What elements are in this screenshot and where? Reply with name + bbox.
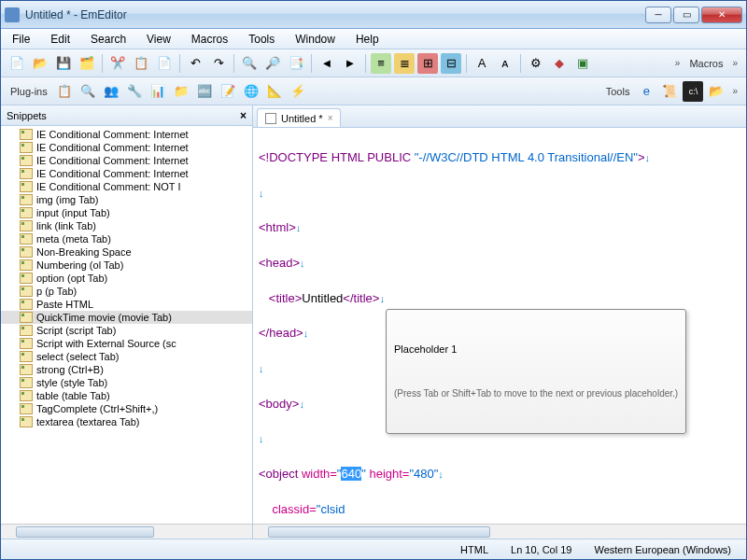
menu-search[interactable]: Search — [87, 31, 130, 48]
redo-icon[interactable]: ↷ — [208, 53, 229, 74]
wrap3-icon[interactable]: ⊞ — [417, 53, 438, 74]
tool4-icon[interactable]: 📂 — [706, 81, 726, 102]
save-all-icon[interactable]: 🗂️ — [77, 53, 97, 74]
plugin9-icon[interactable]: 🌐 — [241, 81, 261, 102]
menu-edit[interactable]: Edit — [47, 31, 74, 48]
snippet-item[interactable]: QuickTime movie (movie Tab) — [1, 311, 252, 324]
ie-icon[interactable]: e — [636, 81, 656, 102]
copy-icon[interactable]: 📋 — [131, 53, 151, 74]
snippet-icon — [20, 142, 33, 153]
snippet-item[interactable]: select (select Tab) — [1, 350, 252, 363]
snippet-label: textarea (textarea Tab) — [36, 416, 139, 427]
snippet-item[interactable]: link (link Tab) — [1, 219, 252, 232]
menubar: File Edit Search View Macros Tools Windo… — [1, 29, 746, 49]
titlebar[interactable]: Untitled * - EmEditor ─ ▭ ✕ — [1, 1, 746, 29]
findfiles-icon[interactable]: 📑 — [286, 53, 306, 74]
menu-file[interactable]: File — [8, 31, 34, 48]
snippets-list[interactable]: IE Conditional Comment: InternetIE Condi… — [1, 126, 252, 524]
snippet-item[interactable]: option (opt Tab) — [1, 272, 252, 285]
snippet-item[interactable]: meta (meta Tab) — [1, 232, 252, 245]
close-panel-icon[interactable]: × — [240, 109, 247, 122]
chevron-right-icon[interactable]: » — [729, 86, 740, 96]
find-icon[interactable]: 🔍 — [239, 53, 260, 74]
status-lang: HTML — [455, 544, 494, 555]
snippet-label: meta (meta Tab) — [36, 233, 111, 245]
cmd-icon[interactable]: c:\ — [683, 81, 703, 102]
editor-scrollbar-h[interactable] — [253, 524, 746, 539]
sidebar-scrollbar-h[interactable] — [1, 524, 252, 539]
snippet-item[interactable]: style (style Tab) — [1, 376, 252, 389]
plugin5-icon[interactable]: 📊 — [148, 81, 168, 102]
new-icon[interactable]: 📄 — [7, 53, 27, 74]
snippet-item[interactable]: strong (Ctrl+B) — [1, 363, 252, 376]
snippet-item[interactable]: IE Conditional Comment: Internet — [1, 154, 252, 167]
snippet-icon — [20, 299, 33, 310]
file-tab[interactable]: Untitled * × — [257, 108, 341, 127]
main-area: Snippets × IE Conditional Comment: Inter… — [1, 105, 746, 539]
scroll-thumb[interactable] — [268, 526, 490, 538]
snippet-item[interactable]: IE Conditional Comment: Internet — [1, 167, 252, 180]
tool2-icon[interactable]: 📜 — [659, 81, 680, 102]
plugin3-icon[interactable]: 👥 — [101, 81, 121, 102]
plugin11-icon[interactable]: ⚡ — [288, 81, 308, 102]
minimize-button[interactable]: ─ — [645, 7, 671, 23]
fwd-icon[interactable]: ► — [340, 53, 360, 74]
snippet-item[interactable]: Script with External Source (sc — [1, 337, 252, 350]
menu-tools[interactable]: Tools — [245, 31, 278, 48]
app-icon — [5, 7, 20, 22]
maximize-button[interactable]: ▭ — [673, 7, 699, 23]
config-icon[interactable]: ⚙ — [526, 53, 546, 74]
snippet-item[interactable]: IE Conditional Comment: Internet — [1, 128, 252, 141]
macros-label[interactable]: Macros — [685, 58, 726, 69]
status-encoding: Western European (Windows) — [588, 544, 737, 555]
code-editor[interactable]: <!DOCTYPE HTML PUBLIC "-//W3C//DTD HTML … — [253, 128, 746, 524]
snippet-item[interactable]: IE Conditional Comment: NOT I — [1, 180, 252, 193]
snippet-item[interactable]: TagComplete (Ctrl+Shift+,) — [1, 402, 252, 415]
menu-help[interactable]: Help — [352, 31, 383, 48]
snippet-item[interactable]: input (input Tab) — [1, 206, 252, 219]
paste-icon[interactable]: 📄 — [154, 53, 175, 74]
replace-icon[interactable]: 🔎 — [262, 53, 283, 74]
plugin10-icon[interactable]: 📐 — [264, 81, 285, 102]
chevron-right-icon[interactable]: » — [672, 58, 684, 68]
snippet-label: TagComplete (Ctrl+Shift+,) — [36, 403, 158, 414]
snippet-item[interactable]: textarea (textarea Tab) — [1, 415, 252, 428]
snippet-item[interactable]: Numbering (ol Tab) — [1, 259, 252, 272]
file-tab-label: Untitled * — [281, 113, 323, 124]
plugin1-icon[interactable]: 📋 — [54, 81, 75, 102]
plugin4-icon[interactable]: 🔧 — [124, 81, 145, 102]
plugin-icon[interactable]: ◆ — [549, 53, 570, 74]
wrap-icon[interactable]: ≡ — [371, 53, 391, 74]
back-icon[interactable]: ◄ — [317, 53, 337, 74]
wrap4-icon[interactable]: ⊟ — [441, 53, 461, 74]
tools-icon[interactable]: ▣ — [572, 53, 593, 74]
font-inc-icon[interactable]: A — [472, 53, 492, 74]
snippet-label: select (select Tab) — [36, 351, 119, 362]
snippet-item[interactable]: img (img Tab) — [1, 193, 252, 206]
editor-area: Untitled * × <!DOCTYPE HTML PUBLIC "-//W… — [253, 105, 746, 539]
plugin6-icon[interactable]: 📁 — [171, 81, 191, 102]
open-icon[interactable]: 📂 — [30, 53, 50, 74]
close-button[interactable]: ✕ — [701, 7, 742, 23]
snippet-item[interactable]: Non-Breaking Space — [1, 245, 252, 259]
plugin7-icon[interactable]: 🔤 — [194, 81, 215, 102]
save-icon[interactable]: 💾 — [53, 53, 74, 74]
menu-macros[interactable]: Macros — [188, 31, 232, 48]
scroll-thumb[interactable] — [16, 526, 154, 538]
snippet-label: Script with External Source (sc — [36, 338, 176, 349]
menu-view[interactable]: View — [143, 31, 175, 48]
snippet-item[interactable]: IE Conditional Comment: Internet — [1, 141, 252, 154]
font-dec-icon[interactable]: ᴀ — [495, 53, 515, 74]
cut-icon[interactable]: ✂️ — [107, 53, 128, 74]
chevron-right-icon[interactable]: » — [729, 58, 740, 68]
plugin2-icon[interactable]: 🔍 — [78, 81, 98, 102]
undo-icon[interactable]: ↶ — [185, 53, 205, 74]
menu-window[interactable]: Window — [291, 31, 339, 48]
close-tab-icon[interactable]: × — [328, 113, 333, 123]
plugin8-icon[interactable]: 📝 — [218, 81, 238, 102]
snippet-item[interactable]: Script (script Tab) — [1, 324, 252, 337]
snippet-item[interactable]: p (p Tab) — [1, 285, 252, 298]
snippet-item[interactable]: table (table Tab) — [1, 389, 252, 402]
wrap2-icon[interactable]: ≣ — [394, 53, 415, 74]
snippet-item[interactable]: Paste HTML — [1, 298, 252, 311]
